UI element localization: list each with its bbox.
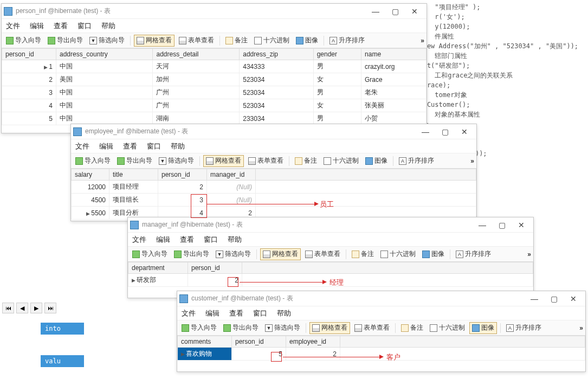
formview-button[interactable]: 表单查看	[177, 35, 216, 47]
menu-file[interactable]: 文件	[75, 142, 89, 151]
menu-edit[interactable]: 编辑	[30, 21, 44, 31]
maximize-button[interactable]: ▢	[544, 291, 564, 306]
menu-view[interactable]: 查看	[180, 235, 194, 245]
memo-button[interactable]: 备注	[350, 248, 376, 260]
menu-edit[interactable]: 编辑	[156, 235, 170, 245]
col-header[interactable]: name	[361, 49, 427, 60]
menu-file[interactable]: 文件	[6, 21, 20, 31]
table-row[interactable]: 5中国湖南233034男小贺	[2, 112, 427, 125]
table-row[interactable]: 1中国天河434333男crazyit.org	[2, 60, 427, 73]
export-button[interactable]: 导出向导	[115, 155, 154, 167]
import-button[interactable]: 导入向导	[130, 248, 170, 260]
memo-button[interactable]: 备注	[223, 35, 250, 47]
col-header[interactable]: address_country	[56, 49, 153, 60]
table-row[interactable]: 4中国广州523034女张美丽	[2, 99, 427, 112]
titlebar[interactable]: employee_inf @hibernate (test) - 表 — ▢ ✕	[71, 124, 476, 139]
memo-button[interactable]: 备注	[293, 155, 319, 167]
col-header[interactable]: address_detail	[153, 49, 240, 60]
col-header[interactable]: title	[109, 169, 158, 181]
menu-help[interactable]: 帮助	[228, 235, 242, 245]
export-button[interactable]: 导出向导	[172, 248, 211, 260]
close-button[interactable]: ✕	[564, 291, 583, 306]
hex-button[interactable]: 十六进制	[428, 322, 467, 334]
col-header[interactable]: employee_id	[286, 336, 340, 348]
table-row[interactable]: 12000项目经理2(Null)	[72, 181, 476, 194]
minimize-button[interactable]: —	[525, 291, 544, 306]
image-button[interactable]: 图像	[294, 35, 320, 47]
menu-window[interactable]: 窗口	[147, 142, 161, 151]
menu-edit[interactable]: 编辑	[205, 309, 219, 318]
last-record-button[interactable]: ⏭	[44, 303, 56, 313]
close-button[interactable]: ✕	[455, 124, 474, 139]
maximize-button[interactable]: ▢	[492, 217, 512, 232]
import-button[interactable]: 导入向导	[4, 35, 43, 47]
data-grid[interactable]: salary title person_id manager_id 12000项…	[71, 169, 476, 221]
close-button[interactable]: ✕	[405, 4, 424, 18]
col-header[interactable]: manager_id	[207, 169, 256, 181]
toolbar-more[interactable]: »	[421, 37, 424, 44]
gridview-button[interactable]: 网格查看	[134, 35, 175, 47]
filter-button[interactable]: ▼筛选向导	[214, 248, 253, 260]
data-grid[interactable]: comments person_id employee_id 喜欢购物52	[177, 336, 585, 371]
filter-button[interactable]: ▼筛选向导	[87, 35, 127, 47]
hex-button[interactable]: 十六进制	[321, 155, 361, 167]
menu-help[interactable]: 帮助	[277, 309, 291, 318]
sort-button[interactable]: A升序排序	[454, 248, 493, 260]
col-header[interactable]: person_id	[2, 49, 56, 60]
gridview-button[interactable]: 网格查看	[309, 322, 350, 334]
import-button[interactable]: 导入向导	[179, 322, 219, 334]
gridview-button[interactable]: 网格查看	[260, 248, 301, 260]
image-button[interactable]: 图像	[420, 248, 447, 260]
menu-help[interactable]: 帮助	[171, 142, 185, 151]
sort-button[interactable]: A升序排序	[397, 155, 436, 167]
table-row[interactable]: 3中国广州523034男老朱	[2, 86, 427, 99]
prev-record-button[interactable]: ◀	[16, 303, 28, 313]
col-header[interactable]: salary	[72, 169, 109, 181]
hex-button[interactable]: 十六进制	[252, 35, 292, 47]
menu-edit[interactable]: 编辑	[99, 142, 113, 151]
formview-button[interactable]: 表单查看	[246, 155, 286, 167]
toolbar-more[interactable]: »	[470, 157, 474, 165]
export-button[interactable]: 导出向导	[46, 35, 85, 47]
next-record-button[interactable]: ▶	[30, 303, 42, 313]
minimize-button[interactable]: —	[366, 4, 385, 18]
titlebar[interactable]: manager_inf @hibernate (test) - 表 — ▢ ✕	[128, 217, 533, 233]
toolbar-more[interactable]: »	[579, 324, 583, 332]
menu-window[interactable]: 窗口	[204, 235, 218, 245]
hex-button[interactable]: 十六进制	[378, 248, 418, 260]
gridview-button[interactable]: 网格查看	[203, 155, 244, 167]
formview-button[interactable]: 表单查看	[303, 248, 343, 260]
titlebar[interactable]: person_inf @hibernate (test) - 表 — ▢ ✕	[2, 4, 427, 19]
minimize-button[interactable]: —	[416, 124, 435, 139]
filter-button[interactable]: ▼筛选向导	[263, 322, 302, 334]
maximize-button[interactable]: ▢	[385, 4, 405, 18]
maximize-button[interactable]: ▢	[435, 124, 455, 139]
col-header[interactable]: department	[128, 262, 188, 274]
toolbar-more[interactable]: »	[527, 251, 531, 258]
menu-window[interactable]: 窗口	[253, 309, 267, 318]
filter-button[interactable]: ▼筛选向导	[157, 155, 196, 167]
menu-window[interactable]: 窗口	[77, 21, 92, 31]
sort-button[interactable]: A升序排序	[327, 35, 367, 47]
formview-button[interactable]: 表单查看	[352, 322, 392, 334]
import-button[interactable]: 导入向导	[73, 155, 113, 167]
menu-help[interactable]: 帮助	[101, 21, 115, 31]
col-header[interactable]: address_zip	[240, 49, 313, 60]
col-header[interactable]: person_id	[188, 262, 242, 274]
col-header[interactable]: person_id	[158, 169, 207, 181]
titlebar[interactable]: customer_inf @hibernate (test) - 表 — ▢ ✕	[177, 291, 585, 306]
menu-file[interactable]: 文件	[182, 309, 196, 318]
export-button[interactable]: 导出向导	[221, 322, 261, 334]
sort-button[interactable]: A升序排序	[504, 322, 544, 334]
menu-view[interactable]: 查看	[123, 142, 137, 151]
menu-view[interactable]: 查看	[229, 309, 243, 318]
memo-button[interactable]: 备注	[399, 322, 425, 334]
data-grid[interactable]: person_id address_country address_detail…	[2, 48, 427, 133]
col-header[interactable]: gender	[313, 49, 361, 60]
image-button[interactable]: 图像	[469, 322, 497, 334]
minimize-button[interactable]: —	[473, 217, 492, 232]
menu-file[interactable]: 文件	[132, 235, 146, 245]
first-record-button[interactable]: ⏮	[2, 303, 14, 313]
col-header[interactable]: comments	[178, 336, 232, 348]
menu-view[interactable]: 查看	[54, 21, 68, 31]
